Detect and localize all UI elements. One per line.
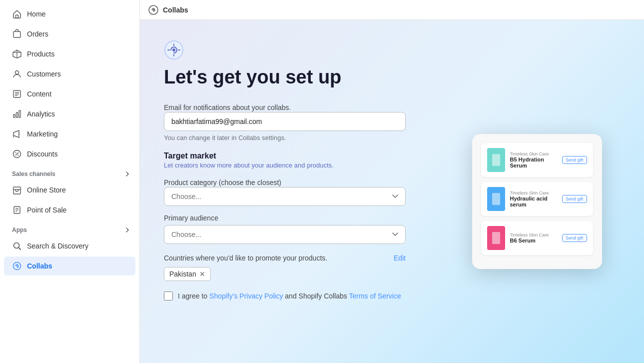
- agreement-label: I agree to Shopify's Privacy Policy and …: [178, 291, 401, 302]
- countries-tags: Pakistan ✕: [164, 267, 406, 281]
- sales-channels-chevron-icon[interactable]: [123, 170, 131, 178]
- sidebar-item-discounts-label: Discounts: [27, 150, 57, 158]
- product-card-1: Timeless Skin Care Hydraulic acid serum …: [481, 182, 593, 216]
- product-brand-0: Timeless Skin Care: [510, 152, 557, 156]
- send-gift-btn-1[interactable]: Send gift: [562, 195, 587, 203]
- store-icon: [12, 185, 22, 195]
- svg-rect-36: [492, 232, 500, 244]
- country-tag-label: Pakistan: [169, 270, 196, 278]
- product-brand-1: Timeless Skin Care: [510, 190, 557, 196]
- countries-section: Countries where you'd like to promote yo…: [164, 254, 406, 262]
- sidebar-item-pos[interactable]: Point of Sale: [4, 200, 135, 220]
- sidebar-item-content-label: Content: [27, 90, 51, 98]
- send-gift-btn-0[interactable]: Send gift: [562, 156, 587, 164]
- sidebar-item-discounts[interactable]: Discounts: [4, 144, 135, 164]
- deco-panel: Timeless Skin Care B5 Hydration Serum Se…: [430, 20, 644, 363]
- sales-channels-section: Sales channels: [0, 164, 139, 180]
- svg-rect-0: [16, 15, 18, 18]
- sidebar-item-home[interactable]: Home: [4, 4, 135, 24]
- sidebar-item-online-store-label: Online Store: [27, 186, 66, 194]
- sidebar-item-marketing[interactable]: Marketing: [4, 124, 135, 144]
- email-hint: You can change it later in Collabs setti…: [164, 134, 406, 142]
- edit-countries-link[interactable]: Edit: [394, 254, 406, 262]
- product-name-0: B5 Hydration Serum: [510, 156, 557, 168]
- product-card-2: Timeless Skin Care B6 Serum Send gift: [481, 221, 593, 255]
- tablet-mockup: Timeless Skin Care B5 Hydration Serum Se…: [472, 134, 602, 269]
- agreement-row: I agree to Shopify's Privacy Policy and …: [164, 291, 406, 302]
- apps-section: Apps: [0, 220, 139, 236]
- content-area: Let's get you set up Email for notificat…: [140, 20, 644, 363]
- svg-rect-12: [19, 110, 20, 118]
- svg-point-28: [152, 9, 154, 11]
- product-category-select[interactable]: Choose...: [164, 187, 406, 206]
- svg-rect-32: [492, 154, 500, 166]
- svg-rect-10: [13, 114, 15, 118]
- setup-heading: Let's get you set up: [164, 66, 406, 89]
- email-label: Email for notifications about your colla…: [164, 104, 291, 112]
- svg-point-5: [15, 71, 19, 74]
- primary-audience-label: Primary audience: [164, 214, 406, 222]
- content-icon: [12, 89, 22, 99]
- product-name-2: B6 Serum: [510, 238, 557, 244]
- sidebar-item-search-discovery-label: Search & Discovery: [27, 242, 88, 250]
- product-card-0: Timeless Skin Care B5 Hydration Serum Se…: [481, 143, 593, 177]
- target-market-desc: Let creators know more about your audien…: [164, 162, 406, 169]
- primary-audience-select[interactable]: Choose...: [164, 225, 406, 244]
- sidebar-item-search-discovery[interactable]: Search & Discovery: [4, 236, 135, 256]
- top-bar-title: Collabs: [163, 6, 188, 14]
- setup-form-panel: Let's get you set up Email for notificat…: [140, 20, 430, 363]
- sidebar-item-online-store[interactable]: Online Store: [4, 180, 135, 200]
- product-category-label: Product category (choose the closest): [164, 178, 281, 186]
- collabs-logo: [164, 40, 406, 60]
- sidebar-item-content[interactable]: Content: [4, 84, 135, 104]
- analytics-icon: [12, 109, 22, 119]
- products-icon: [12, 49, 22, 59]
- sidebar-item-analytics-label: Analytics: [27, 110, 55, 118]
- top-bar: Collabs: [140, 0, 644, 20]
- country-tag-pakistan: Pakistan ✕: [164, 267, 211, 281]
- sidebar-item-analytics[interactable]: Analytics: [4, 104, 135, 124]
- sidebar-item-products[interactable]: Products: [4, 44, 135, 64]
- terms-of-service-link[interactable]: Terms of Service: [349, 292, 401, 300]
- product-img-2: [487, 226, 505, 250]
- collabs-topbar-icon: [148, 4, 159, 16]
- svg-line-24: [18, 248, 20, 250]
- customers-icon: [12, 69, 22, 79]
- sidebar-item-customers[interactable]: Customers: [4, 64, 135, 84]
- sidebar-item-orders-label: Orders: [27, 30, 48, 38]
- sidebar-item-collabs-label: Collabs: [27, 262, 52, 270]
- svg-point-16: [15, 152, 16, 154]
- svg-rect-34: [492, 193, 500, 205]
- sidebar-item-products-label: Products: [27, 50, 54, 58]
- svg-rect-11: [16, 112, 18, 118]
- sidebar-item-collabs[interactable]: Collabs: [4, 256, 135, 276]
- marketing-icon: [12, 129, 22, 139]
- svg-point-17: [18, 155, 19, 156]
- sidebar-item-orders[interactable]: Orders: [4, 24, 135, 44]
- home-icon: [12, 9, 22, 19]
- sidebar: Home Orders Products Customers: [0, 0, 140, 363]
- product-name-1: Hydraulic acid serum: [510, 196, 557, 208]
- apps-chevron-icon[interactable]: [123, 226, 131, 234]
- pos-icon: [12, 205, 22, 215]
- target-market-title: Target market: [164, 152, 406, 160]
- sidebar-item-pos-label: Point of Sale: [27, 206, 66, 214]
- privacy-policy-link[interactable]: Shopify's Privacy Policy: [209, 292, 283, 300]
- orders-icon: [12, 29, 22, 39]
- main-area: Collabs Let's get you set up Email for n…: [140, 0, 644, 363]
- agreement-checkbox[interactable]: [164, 292, 173, 300]
- remove-pakistan-button[interactable]: ✕: [199, 270, 205, 278]
- sidebar-item-home-label: Home: [27, 10, 45, 18]
- countries-label-text: Countries where you'd like to promote yo…: [164, 254, 327, 262]
- svg-point-30: [172, 48, 175, 52]
- email-input[interactable]: [164, 112, 406, 131]
- svg-point-26: [16, 266, 18, 267]
- send-gift-btn-2[interactable]: Send gift: [562, 234, 587, 242]
- product-img-0: [487, 148, 505, 172]
- sidebar-item-marketing-label: Marketing: [27, 130, 57, 138]
- sidebar-item-customers-label: Customers: [27, 70, 61, 78]
- search-discovery-icon: [12, 241, 22, 251]
- collabs-sidebar-icon: [12, 261, 22, 271]
- product-brand-2: Timeless Skin Care: [510, 232, 557, 238]
- product-img-1: [487, 187, 505, 211]
